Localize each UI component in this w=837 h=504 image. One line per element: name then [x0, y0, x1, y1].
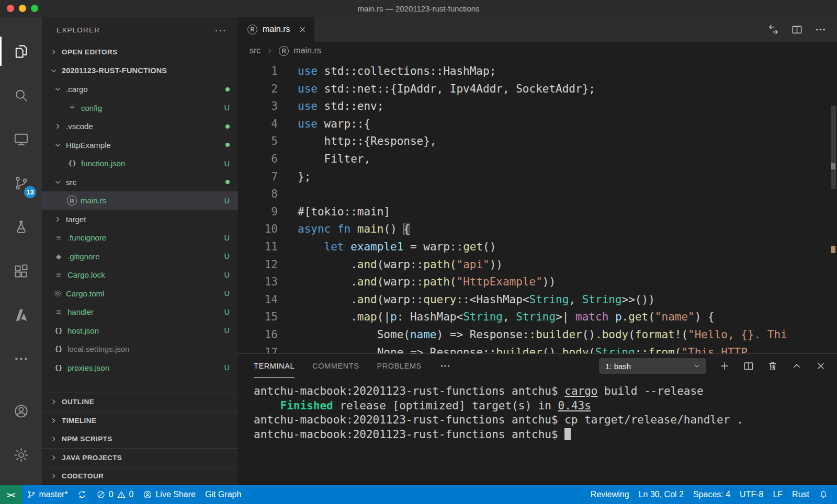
tree-folder-src[interactable]: src [42, 173, 238, 192]
close-tab-icon[interactable] [298, 25, 307, 34]
kill-terminal-icon[interactable] [767, 360, 778, 372]
activity-item-accounts[interactable] [0, 389, 42, 433]
tree-folder-target[interactable]: target [42, 210, 238, 229]
zoom-window-button[interactable] [31, 5, 38, 12]
activity-item-extensions[interactable] [0, 249, 42, 293]
code-line-2: 2use std::net::{IpAddr, Ipv4Addr, Socket… [238, 81, 837, 98]
item-label: handler [67, 307, 94, 316]
activity-item-settings[interactable] [0, 433, 42, 477]
code-text: let example1 = warp::get() [278, 238, 496, 256]
section-npm-scripts[interactable]: NPM SCRIPTS [42, 430, 238, 449]
activity-item-more[interactable] [0, 337, 42, 381]
section-codetour[interactable]: CODETOUR [42, 467, 238, 486]
line-number: 1 [238, 63, 278, 81]
tab-main-rs[interactable]: R main.rs [238, 17, 314, 42]
code-text: async fn main() { [278, 221, 410, 238]
tree-file-function.json[interactable]: {}function.jsonU [42, 154, 238, 173]
panel-more-actions-icon[interactable] [439, 360, 451, 372]
git-status-badge: U [224, 159, 230, 168]
section-label: JAVA PROJECTS [62, 454, 122, 462]
status-cursor-position[interactable]: Ln 30, Col 2 [634, 485, 688, 504]
open-changes-icon[interactable] [767, 24, 779, 36]
code-text: Some(name) => Response::builder().body(f… [278, 326, 787, 344]
status-git-graph[interactable]: Git Graph [200, 485, 246, 504]
split-terminal-icon[interactable] [743, 360, 754, 372]
git-status-badge: U [224, 308, 230, 316]
status-encoding[interactable]: UTF-8 [735, 485, 768, 504]
line-number: 14 [238, 291, 278, 309]
tree-file-Cargo.toml[interactable]: Cargo.tomlU [42, 284, 238, 303]
tree-file-local.settings.json[interactable]: {}local.settings.json [42, 340, 238, 359]
panel-tab-problems[interactable]: PROBLEMS [377, 354, 422, 378]
tree-file-host.json[interactable]: {}host.jsonU [42, 322, 238, 340]
panel-tab-terminal[interactable]: TERMINAL [254, 354, 295, 378]
workspace-root-folder[interactable]: 20201123-RUST-FUNCTIONS [42, 62, 238, 81]
modified-dot [225, 87, 230, 91]
activity-item-source-control[interactable]: 13 [0, 161, 42, 205]
chevron-right-icon [53, 215, 62, 224]
breadcrumb-folder[interactable]: src [250, 46, 261, 55]
gear-icon [13, 447, 29, 463]
open-editors-section[interactable]: OPEN EDITORS [42, 43, 238, 62]
tree-file-.funcignore[interactable]: ≡.funcignoreU [42, 228, 238, 247]
status-problems[interactable]: 00 [92, 485, 139, 504]
terminal-content[interactable]: antchu-macbook:20201123-rust-functions a… [238, 378, 837, 485]
tree-folder-HttpExample[interactable]: HttpExample [42, 136, 238, 155]
editor-more-actions-icon[interactable] [815, 24, 827, 36]
panel-tabs: TERMINALCOMMENTSPROBLEMS [254, 354, 422, 378]
activity-item-run-debug[interactable] [0, 205, 42, 249]
activity-item-remote-explorer[interactable] [0, 117, 42, 161]
breadcrumb-file[interactable]: main.rs [293, 46, 321, 55]
split-editor-icon[interactable] [791, 24, 803, 36]
chevron-down-icon [53, 85, 62, 94]
git-status-badge: U [224, 252, 230, 260]
new-terminal-icon[interactable] [719, 360, 730, 372]
status-notifications[interactable] [814, 485, 833, 504]
status-indentation[interactable]: Spaces: 4 [688, 485, 735, 504]
editor-scrollbar[interactable] [831, 106, 836, 189]
tree-file-main.rs[interactable]: Rmain.rsU [42, 191, 238, 210]
source-control-badge: 13 [24, 186, 36, 198]
close-window-button[interactable] [7, 5, 14, 12]
terminal-shell-select[interactable]: 1: bash [599, 358, 706, 374]
section-java-projects[interactable]: JAVA PROJECTS [42, 448, 238, 467]
status-language-mode[interactable]: Rust [787, 485, 814, 504]
code-text: http::{Response}, [278, 133, 437, 151]
tree-file-.gitignore[interactable]: ◆.gitignoreU [42, 247, 238, 266]
tree-file-config[interactable]: ≡configU [42, 99, 238, 118]
status-sync[interactable] [73, 485, 92, 504]
tree-folder-.cargo[interactable]: .cargo [42, 80, 238, 99]
item-label: .gitignore [67, 252, 100, 261]
live-share-icon [143, 490, 152, 499]
minimize-window-button[interactable] [19, 5, 26, 12]
status-eol[interactable]: LF [768, 485, 787, 504]
close-panel-icon[interactable] [815, 360, 827, 372]
status-reviewing[interactable]: Reviewing [586, 485, 634, 504]
section-timeline[interactable]: TIMELINE [42, 411, 238, 430]
code-text: None => Response::builder().body(String:… [278, 344, 748, 354]
git-status-badge: U [224, 104, 230, 112]
panel-tab-comments[interactable]: COMMENTS [312, 354, 359, 378]
maximize-panel-icon[interactable] [791, 360, 802, 372]
code-editor[interactable]: 1use std::collections::HashMap;2use std:… [238, 60, 837, 353]
git-file-icon: ◆ [53, 253, 64, 260]
tree-folder-.vscode[interactable]: .vscode [42, 117, 238, 136]
git-status-badge: U [224, 363, 230, 372]
status-remote-indicator[interactable]: >< [0, 485, 22, 504]
statusbar-left: ><master*00Live ShareGit Graph [0, 485, 246, 504]
activity-item-search[interactable] [0, 73, 42, 117]
tree-file-proxies.json[interactable]: {}proxies.jsonU [42, 359, 238, 377]
code-line-16: 16 Some(name) => Response::builder().bod… [238, 326, 837, 344]
tree-file-handler[interactable]: ≡handlerU [42, 303, 238, 322]
tree-file-Cargo.lock[interactable]: ≡Cargo.lockU [42, 266, 238, 284]
json-file-icon: {} [67, 159, 77, 167]
git-branch-icon [27, 490, 36, 499]
activity-item-azure[interactable] [0, 293, 42, 337]
activity-item-explorer[interactable] [0, 29, 42, 73]
status-live-share[interactable]: Live Share [138, 485, 200, 504]
chevron-down-icon [49, 66, 58, 75]
status-git-branch[interactable]: master* [22, 485, 73, 504]
sidebar-more-actions-icon[interactable]: ··· [214, 24, 227, 36]
section-outline[interactable]: OUTLINE [42, 393, 238, 411]
editor-group: R main.rs src R main.rs 1use std::collec… [238, 17, 837, 485]
